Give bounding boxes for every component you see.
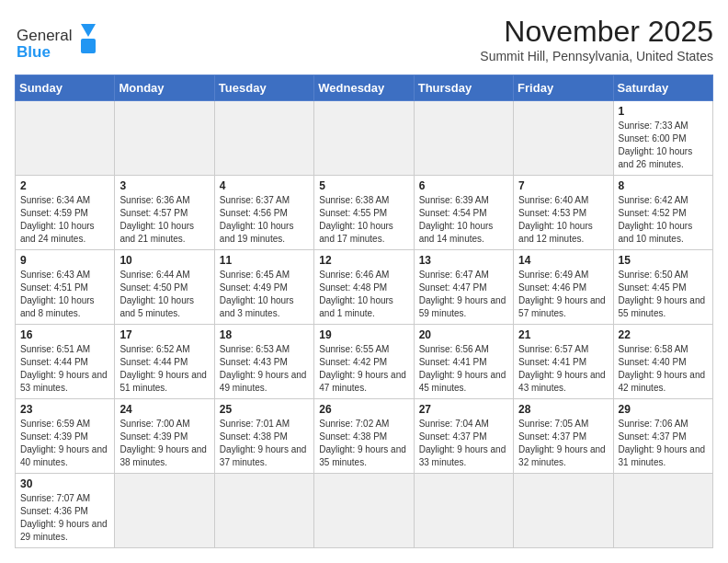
day-number: 26 [319,403,408,416]
calendar-day-23: 23Sunrise: 6:59 AMSunset: 4:39 PMDayligh… [16,399,115,474]
page-subtitle: Summit Hill, Pennsylvania, United States [480,49,713,63]
day-number: 5 [319,179,408,192]
col-friday: Friday [514,75,613,101]
day-number: 4 [220,179,309,192]
day-number: 10 [119,254,209,267]
day-number: 13 [419,254,508,267]
calendar-day-empty [115,474,214,548]
calendar-day-25: 25Sunrise: 7:01 AMSunset: 4:38 PMDayligh… [214,399,313,474]
day-info: Sunrise: 7:01 AMSunset: 4:38 PMDaylight:… [220,418,309,469]
calendar-day-8: 8Sunrise: 6:42 AMSunset: 4:52 PMDaylight… [613,176,712,250]
day-info: Sunrise: 6:44 AMSunset: 4:50 PMDaylight:… [119,269,209,320]
day-info: Sunrise: 6:47 AMSunset: 4:47 PMDaylight:… [419,269,508,320]
day-info: Sunrise: 6:59 AMSunset: 4:39 PMDaylight:… [20,418,109,469]
col-wednesday: Wednesday [314,75,414,101]
day-number: 14 [518,254,608,267]
calendar-day-11: 11Sunrise: 6:45 AMSunset: 4:49 PMDayligh… [214,250,313,325]
calendar-day-9: 9Sunrise: 6:43 AMSunset: 4:51 PMDaylight… [16,250,115,325]
day-info: Sunrise: 6:55 AMSunset: 4:42 PMDaylight:… [319,343,408,395]
calendar-day-6: 6Sunrise: 6:39 AMSunset: 4:54 PMDaylight… [414,176,513,250]
page-title: November 2025 [480,15,713,49]
col-sunday: Sunday [16,75,115,101]
day-number: 3 [119,179,209,192]
calendar-day-empty [613,474,712,548]
svg-text:Blue: Blue [17,43,51,61]
day-info: Sunrise: 6:50 AMSunset: 4:45 PMDaylight:… [619,269,708,320]
day-number: 28 [518,403,608,416]
calendar-day-empty [214,474,313,548]
logo-svg: General Blue [15,15,97,65]
day-number: 7 [518,179,608,192]
calendar-week-1: 1Sunrise: 7:33 AMSunset: 6:00 PMDaylight… [16,101,713,176]
calendar-week-2: 2Sunrise: 6:34 AMSunset: 4:59 PMDaylight… [16,176,713,250]
day-number: 12 [319,254,408,267]
calendar-day-empty [414,101,513,176]
day-number: 16 [20,328,109,341]
day-number: 17 [119,328,209,341]
day-number: 24 [119,403,209,416]
day-number: 15 [619,254,708,267]
col-monday: Monday [115,75,214,101]
calendar-day-2: 2Sunrise: 6:34 AMSunset: 4:59 PMDaylight… [16,176,115,250]
day-info: Sunrise: 6:49 AMSunset: 4:46 PMDaylight:… [518,269,608,320]
day-info: Sunrise: 6:42 AMSunset: 4:52 PMDaylight:… [619,194,708,246]
calendar-week-6: 30Sunrise: 7:07 AMSunset: 4:36 PMDayligh… [16,474,713,548]
calendar-day-5: 5Sunrise: 6:38 AMSunset: 4:55 PMDaylight… [314,176,414,250]
calendar-day-18: 18Sunrise: 6:53 AMSunset: 4:43 PMDayligh… [214,325,313,399]
calendar-day-empty [514,474,613,548]
calendar-day-4: 4Sunrise: 6:37 AMSunset: 4:56 PMDaylight… [214,176,313,250]
day-info: Sunrise: 6:52 AMSunset: 4:44 PMDaylight:… [119,343,209,395]
calendar-day-15: 15Sunrise: 6:50 AMSunset: 4:45 PMDayligh… [613,250,712,325]
day-info: Sunrise: 6:51 AMSunset: 4:44 PMDaylight:… [20,343,109,395]
day-number: 23 [20,403,109,416]
day-number: 6 [419,179,508,192]
day-info: Sunrise: 6:38 AMSunset: 4:55 PMDaylight:… [319,194,408,246]
calendar-week-3: 9Sunrise: 6:43 AMSunset: 4:51 PMDaylight… [16,250,713,325]
day-info: Sunrise: 6:40 AMSunset: 4:53 PMDaylight:… [518,194,608,246]
day-number: 18 [220,328,309,341]
page-header: General Blue November 2025 Summit Hill, … [15,15,713,65]
day-info: Sunrise: 7:06 AMSunset: 4:37 PMDaylight:… [619,418,708,469]
day-info: Sunrise: 6:37 AMSunset: 4:56 PMDaylight:… [220,194,309,246]
calendar-day-28: 28Sunrise: 7:05 AMSunset: 4:37 PMDayligh… [514,399,613,474]
day-info: Sunrise: 6:56 AMSunset: 4:41 PMDaylight:… [419,343,508,395]
col-thursday: Thursday [414,75,513,101]
calendar-day-26: 26Sunrise: 7:02 AMSunset: 4:38 PMDayligh… [314,399,414,474]
col-tuesday: Tuesday [214,75,313,101]
calendar-day-1: 1Sunrise: 7:33 AMSunset: 6:00 PMDaylight… [613,101,712,176]
calendar-day-empty [314,101,414,176]
col-saturday: Saturday [613,75,712,101]
day-info: Sunrise: 6:43 AMSunset: 4:51 PMDaylight:… [20,269,109,320]
day-number: 25 [220,403,309,416]
day-number: 9 [20,254,109,267]
day-info: Sunrise: 6:57 AMSunset: 4:41 PMDaylight:… [518,343,608,395]
day-number: 1 [619,105,708,118]
day-number: 22 [619,328,708,341]
day-info: Sunrise: 6:39 AMSunset: 4:54 PMDaylight:… [419,194,508,246]
calendar-day-13: 13Sunrise: 6:47 AMSunset: 4:47 PMDayligh… [414,250,513,325]
day-number: 27 [419,403,508,416]
calendar-day-22: 22Sunrise: 6:58 AMSunset: 4:40 PMDayligh… [613,325,712,399]
calendar-day-7: 7Sunrise: 6:40 AMSunset: 4:53 PMDaylight… [514,176,613,250]
calendar-day-24: 24Sunrise: 7:00 AMSunset: 4:39 PMDayligh… [115,399,214,474]
calendar-day-14: 14Sunrise: 6:49 AMSunset: 4:46 PMDayligh… [514,250,613,325]
day-info: Sunrise: 6:58 AMSunset: 4:40 PMDaylight:… [619,343,708,395]
calendar-day-30: 30Sunrise: 7:07 AMSunset: 4:36 PMDayligh… [16,474,115,548]
calendar-day-27: 27Sunrise: 7:04 AMSunset: 4:37 PMDayligh… [414,399,513,474]
calendar-day-empty [514,101,613,176]
day-number: 2 [20,179,109,192]
calendar-day-19: 19Sunrise: 6:55 AMSunset: 4:42 PMDayligh… [314,325,414,399]
calendar-day-10: 10Sunrise: 6:44 AMSunset: 4:50 PMDayligh… [115,250,214,325]
calendar-day-empty [115,101,214,176]
svg-text:General: General [17,27,72,44]
svg-rect-3 [81,39,96,53]
svg-marker-2 [81,24,96,37]
calendar-header: Sunday Monday Tuesday Wednesday Thursday… [16,75,713,101]
calendar-day-empty [414,474,513,548]
day-info: Sunrise: 7:00 AMSunset: 4:39 PMDaylight:… [119,418,209,469]
day-info: Sunrise: 7:33 AMSunset: 6:00 PMDaylight:… [619,120,708,171]
day-info: Sunrise: 7:07 AMSunset: 4:36 PMDaylight:… [20,492,109,544]
calendar-day-21: 21Sunrise: 6:57 AMSunset: 4:41 PMDayligh… [514,325,613,399]
day-info: Sunrise: 6:45 AMSunset: 4:49 PMDaylight:… [220,269,309,320]
calendar-table: Sunday Monday Tuesday Wednesday Thursday… [15,75,713,548]
